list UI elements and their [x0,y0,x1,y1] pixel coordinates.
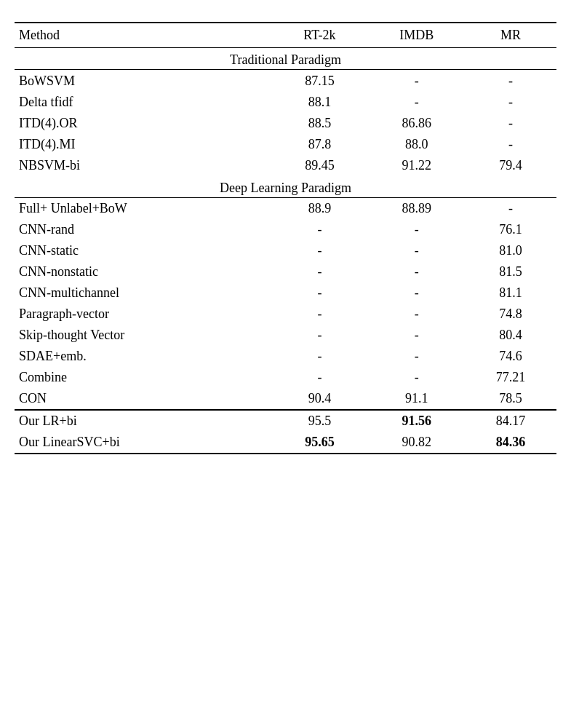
table-row: Combine - - 77.21 [15,367,556,388]
table-row: Skip-thought Vector - - 80.4 [15,325,556,346]
table-row: CON 90.4 91.1 78.5 [15,388,556,410]
col-imdb: IMDB [369,23,468,48]
table-row: BoWSVM 87.15 - - [15,71,556,92]
col-method: Method [15,23,273,48]
table-row: ITD(4).MI 87.8 88.0 - [15,134,556,155]
table-row: Delta tfidf 88.1 - - [15,92,556,113]
table-row: SDAE+emb. - - 74.6 [15,346,556,367]
table-row: CNN-rand - - 76.1 [15,219,556,240]
table-row: CNN-static - - 81.0 [15,240,556,261]
traditional-paradigm-header: Traditional Paradigm [15,48,556,70]
table-container: Method RT-2k IMDB MR Traditional Paradig… [15,22,556,454]
header-row: Method RT-2k IMDB MR [15,23,556,48]
col-rt2k: RT-2k [273,23,368,48]
table-row: CNN-multichannel - - 81.1 [15,282,556,304]
col-mr: MR [468,23,556,48]
table-row: NBSVM-bi 89.45 91.22 79.4 [15,155,556,176]
table-row: Our LinearSVC+bi 95.65 90.82 84.36 [15,432,556,454]
table-row: Paragraph-vector - - 74.8 [15,304,556,325]
table-row: CNN-nonstatic - - 81.5 [15,261,556,282]
table-row: ITD(4).OR 88.5 86.86 - [15,113,556,134]
table-row: Full+ Unlabel+BoW 88.9 88.89 - [15,198,556,219]
results-table: Method RT-2k IMDB MR Traditional Paradig… [15,22,556,454]
table-row: Our LR+bi 95.5 91.56 84.17 [15,410,556,432]
deep-learning-paradigm-header: Deep Learning Paradigm [15,176,556,198]
